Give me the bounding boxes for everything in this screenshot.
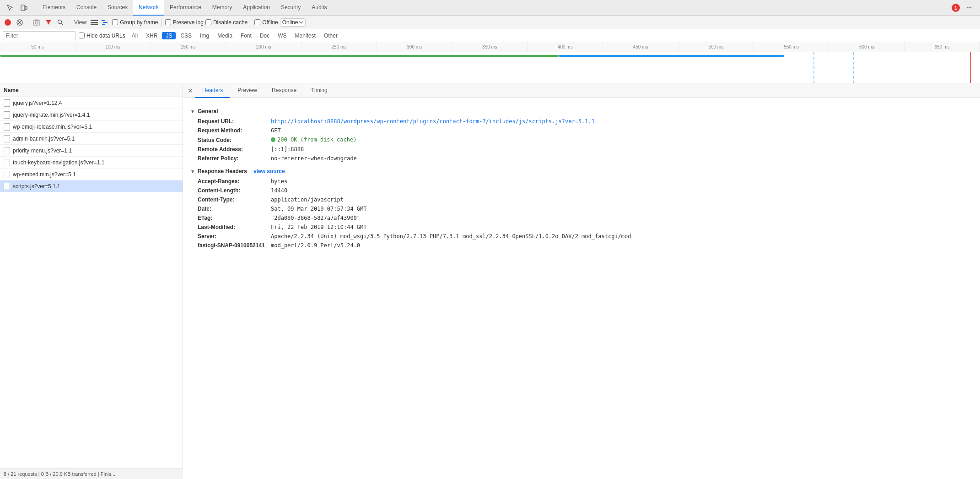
timeline-area: 50 ms100 ms150 ms200 ms250 ms300 ms350 m… (0, 42, 980, 83)
file-list: jquery.js?ver=1.12.4jquery-migrate.min.j… (0, 97, 183, 468)
response-header-row: ETag:"2da080-3868-5827a7af43900" (198, 215, 973, 221)
ruler-tick: 500 ms (678, 42, 754, 52)
tab-security[interactable]: Security (275, 0, 306, 16)
response-header-value: application/javascript (271, 196, 344, 203)
detail-tab-response[interactable]: Response (264, 83, 304, 98)
list-item[interactable]: touch-keyboard-navigation.js?ver=1.1 (0, 157, 183, 169)
detail-content: ▼ General Request URL: http://localhost:… (183, 98, 980, 479)
more-tools-icon[interactable] (963, 1, 975, 14)
ruler-tick: 200 ms (226, 42, 302, 52)
response-header-row: Content-Length:14440 (198, 187, 973, 194)
general-section-header[interactable]: ▼ General (190, 108, 973, 114)
filter-type-ws[interactable]: WS (274, 32, 290, 39)
detail-tab-headers[interactable]: Headers (195, 83, 230, 98)
response-header-value: Sat, 09 Mar 2019 07:57:34 GMT (271, 206, 367, 212)
response-header-row: Accept-Ranges:bytes (198, 178, 973, 185)
request-url-row: Request URL: http://localhost:8888/wordp… (198, 118, 973, 125)
search-button[interactable] (55, 17, 65, 27)
file-name: wp-embed.min.js?ver=5.1 (13, 171, 76, 178)
filter-type-xhr[interactable]: XHR (142, 32, 161, 39)
clear-button[interactable] (15, 17, 25, 27)
filter-input[interactable] (3, 31, 76, 40)
referrer-policy-row: Referrer Policy: no-referrer-when-downgr… (198, 155, 973, 162)
hide-data-urls-input[interactable] (79, 33, 85, 38)
device-toolbar-icon[interactable] (17, 1, 30, 14)
tab-performance[interactable]: Performance (164, 0, 207, 16)
filter-type-all[interactable]: All (128, 32, 141, 39)
tab-memory[interactable]: Memory (207, 0, 237, 16)
filter-type-media[interactable]: Media (214, 32, 236, 39)
svg-point-10 (58, 20, 62, 23)
preserve-log-input[interactable] (165, 19, 171, 25)
response-header-key: Content-Type: (198, 196, 271, 203)
response-header-row: fastcgi-SNAP-0910052141mod_perl/2.0.9 Pe… (198, 242, 973, 249)
list-item[interactable]: wp-emoji-release.min.js?ver=5.1 (0, 121, 183, 133)
filter-type-font[interactable]: Font (237, 32, 255, 39)
blue-timeline-bar (559, 55, 784, 57)
filter-type-css[interactable]: CSS (177, 32, 195, 39)
camera-button[interactable] (32, 17, 42, 27)
list-item[interactable]: scripts.js?ver=5.1.1 (0, 180, 183, 192)
ruler-tick: 50 ms (0, 42, 75, 52)
ruler-tick: 650 ms (905, 42, 980, 52)
ruler-tick: 100 ms (75, 42, 151, 52)
response-header-key: Content-Length: (198, 187, 271, 194)
file-name: wp-emoji-release.min.js?ver=5.1 (13, 124, 92, 130)
disable-cache-input[interactable] (205, 19, 211, 25)
main-split: Name jquery.js?ver=1.12.4jquery-migrate.… (0, 83, 980, 479)
response-headers-section-header[interactable]: ▼ Response Headers view source (190, 168, 973, 174)
element-selector-icon[interactable] (4, 1, 16, 14)
response-header-row: Date:Sat, 09 Mar 2019 07:57:34 GMT (198, 206, 973, 212)
detail-tab-preview[interactable]: Preview (230, 83, 264, 98)
disable-cache-checkbox[interactable]: Disable cache (205, 19, 248, 26)
group-by-frame-input[interactable] (112, 19, 118, 25)
devtools-tab-bar: Elements Console Sources Network Perform… (0, 0, 980, 16)
error-badge: 1 (952, 4, 960, 12)
list-item[interactable]: admin-bar.min.js?ver=5.1 (0, 133, 183, 145)
list-item[interactable]: jquery.js?ver=1.12.4 (0, 97, 183, 109)
filter-type-manifest[interactable]: Manifest (291, 32, 319, 39)
tab-console[interactable]: Console (71, 0, 102, 16)
throttle-select[interactable]: Online (280, 18, 306, 27)
green-timeline-bar (0, 55, 559, 57)
response-headers-arrow-icon: ▼ (190, 169, 195, 174)
file-name: jquery-migrate.min.js?ver=1.4.1 (13, 112, 90, 118)
waterfall-view-button[interactable] (100, 17, 110, 27)
tab-network[interactable]: Network (133, 0, 164, 16)
remote-address-row: Remote Address: [::1]:8888 (198, 146, 973, 152)
view-source-link[interactable]: view source (253, 168, 285, 174)
status-bar: 8 / 21 requests | 0 B / 20.9 KB transfer… (0, 468, 183, 479)
file-name: scripts.js?ver=5.1.1 (13, 183, 60, 190)
svg-point-9 (35, 22, 38, 24)
group-by-frame-checkbox[interactable]: Group by frame (112, 19, 158, 26)
response-header-key: Last-Modified: (198, 224, 271, 230)
preserve-log-checkbox[interactable]: Preserve log (165, 19, 204, 26)
svg-point-4 (970, 7, 971, 8)
response-header-key: Accept-Ranges: (198, 178, 271, 185)
list-item[interactable]: priority-menu.js?ver=1.1 (0, 145, 183, 157)
tab-sources[interactable]: Sources (102, 0, 133, 16)
tab-elements[interactable]: Elements (37, 0, 71, 16)
filter-type-img[interactable]: Img (196, 32, 213, 39)
filter-type-other[interactable]: Other (320, 32, 341, 39)
filter-button[interactable] (43, 17, 54, 27)
close-detail-button[interactable]: ✕ (186, 86, 195, 95)
toolbar-divider-3 (162, 18, 162, 27)
detail-tab-timing[interactable]: Timing (304, 83, 335, 98)
offline-checkbox[interactable]: Offline (254, 19, 278, 26)
filter-type-doc[interactable]: Doc (256, 32, 273, 39)
offline-input[interactable] (254, 19, 260, 25)
svg-rect-14 (91, 24, 98, 25)
list-item[interactable]: wp-embed.min.js?ver=5.1 (0, 169, 183, 180)
record-icon (5, 19, 11, 26)
record-button[interactable] (3, 17, 13, 27)
hide-data-urls-checkbox[interactable]: Hide data URLs (79, 33, 125, 39)
filter-type-js[interactable]: JS (162, 32, 176, 39)
tab-application[interactable]: Application (237, 0, 275, 16)
list-view-button[interactable] (89, 17, 99, 27)
response-header-key: ETag: (198, 215, 271, 221)
file-icon (4, 135, 10, 142)
list-item[interactable]: jquery-migrate.min.js?ver=1.4.1 (0, 109, 183, 121)
tab-audits[interactable]: Audits (306, 0, 332, 16)
status-code-row: Status Code: 200 OK (from disk cache) (198, 136, 973, 143)
